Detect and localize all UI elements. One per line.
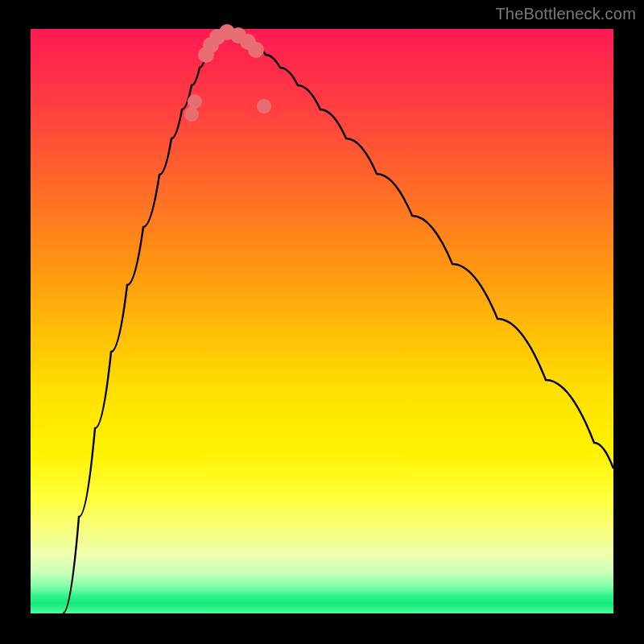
trough-marker: [248, 42, 264, 58]
trough-marker: [257, 99, 271, 114]
right-curve: [224, 31, 613, 469]
watermark-text: TheBottleneck.com: [495, 5, 636, 23]
trough-marker: [188, 94, 202, 109]
chart-frame: TheBottleneck.com: [0, 0, 644, 644]
left-curve: [63, 31, 224, 613]
trough-marker: [184, 107, 199, 122]
curves-svg: [31, 29, 613, 613]
plot-area: [31, 29, 613, 613]
